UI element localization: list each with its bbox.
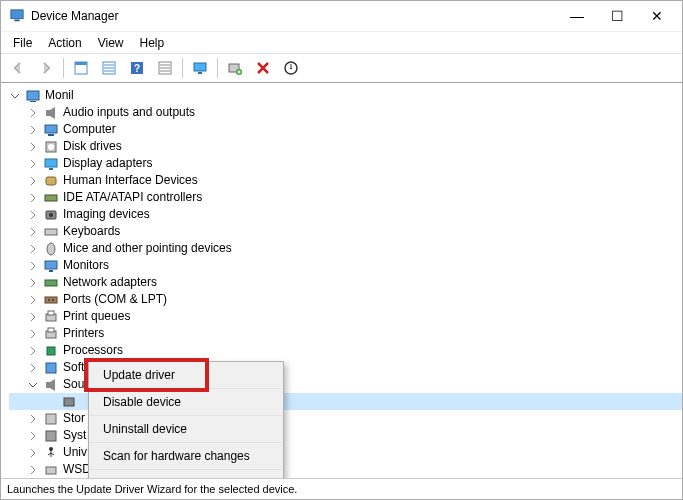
status-bar: Launches the Update Driver Wizard for th… xyxy=(1,479,682,499)
ide-icon xyxy=(43,190,59,206)
tree-node-label: Stor xyxy=(63,410,85,427)
maximize-button[interactable]: ☐ xyxy=(598,3,636,29)
expand-toggle-icon[interactable] xyxy=(27,107,39,119)
svg-rect-21 xyxy=(49,168,53,170)
tree-category[interactable]: Network adapters xyxy=(9,274,682,291)
tree-node-label: IDE ATA/ATAPI controllers xyxy=(63,189,202,206)
svg-text:?: ? xyxy=(134,63,140,74)
svg-point-25 xyxy=(49,213,53,217)
svg-rect-22 xyxy=(46,177,56,185)
tree-root[interactable]: Monil xyxy=(9,87,682,104)
tree-node-label: Human Interface Devices xyxy=(63,172,198,189)
expand-toggle-icon[interactable] xyxy=(27,243,39,255)
expand-toggle-icon[interactable] xyxy=(27,260,39,272)
expand-toggle-icon[interactable] xyxy=(27,379,39,391)
tree-category[interactable]: Keyboards xyxy=(9,223,682,240)
tree-category[interactable]: Imaging devices xyxy=(9,206,682,223)
tree-category[interactable]: IDE ATA/ATAPI controllers xyxy=(9,189,682,206)
svg-rect-43 xyxy=(46,431,56,441)
svg-rect-45 xyxy=(46,467,56,474)
disk-icon xyxy=(43,139,59,155)
expand-toggle-icon[interactable] xyxy=(27,124,39,136)
svg-rect-41 xyxy=(64,398,74,406)
expand-toggle-icon[interactable] xyxy=(27,209,39,221)
svg-rect-39 xyxy=(46,363,56,373)
tree-category[interactable]: Computer xyxy=(9,121,682,138)
expand-toggle-icon[interactable] xyxy=(27,447,39,459)
close-button[interactable]: ✕ xyxy=(638,3,676,29)
expand-toggle-icon[interactable] xyxy=(27,141,39,153)
tree-category[interactable]: Printers xyxy=(9,325,682,342)
toolbar-separator xyxy=(182,58,183,78)
expand-toggle-icon[interactable] xyxy=(27,345,39,357)
remove-hardware-button[interactable] xyxy=(250,56,276,80)
props-button[interactable] xyxy=(152,56,178,80)
forward-button[interactable] xyxy=(33,56,59,80)
svg-rect-38 xyxy=(47,347,55,355)
svg-rect-16 xyxy=(45,125,57,133)
menu-bar: FileActionViewHelp xyxy=(1,31,682,53)
tree-category[interactable]: Human Interface Devices xyxy=(9,172,682,189)
svg-rect-15 xyxy=(46,110,50,116)
menu-item-view[interactable]: View xyxy=(90,34,132,52)
add-hardware-button[interactable] xyxy=(222,56,248,80)
system-icon xyxy=(43,428,59,444)
context-menu-item[interactable]: Scan for hardware changes xyxy=(89,443,283,470)
expand-toggle-icon[interactable] xyxy=(27,294,39,306)
tree-category[interactable]: Print queues xyxy=(9,308,682,325)
expand-toggle-icon[interactable] xyxy=(27,192,39,204)
expand-toggle-icon[interactable] xyxy=(27,277,39,289)
svg-rect-17 xyxy=(48,134,54,136)
tree-node-label: WSD xyxy=(63,461,91,478)
pc-icon xyxy=(25,88,41,104)
tree-category[interactable]: Monitors xyxy=(9,257,682,274)
expand-toggle-icon[interactable] xyxy=(27,362,39,374)
ports-icon xyxy=(43,292,59,308)
svg-point-19 xyxy=(48,144,54,150)
computer-icon xyxy=(43,122,59,138)
keyboard-icon xyxy=(43,224,59,240)
software-icon xyxy=(43,360,59,376)
context-menu-item[interactable]: Properties xyxy=(89,470,283,479)
svg-rect-28 xyxy=(45,261,57,269)
tree-node-label: Audio inputs and outputs xyxy=(63,104,195,121)
tree-category[interactable]: Ports (COM & LPT) xyxy=(9,291,682,308)
expand-toggle-icon[interactable] xyxy=(9,90,21,102)
update-hardware-button[interactable] xyxy=(278,56,304,80)
context-menu-item[interactable]: Uninstall device xyxy=(89,416,283,443)
menu-item-action[interactable]: Action xyxy=(40,34,89,52)
tree-category[interactable]: Audio inputs and outputs xyxy=(9,104,682,121)
minimize-button[interactable]: — xyxy=(558,3,596,29)
tree-node-label: Keyboards xyxy=(63,223,120,240)
up-button[interactable] xyxy=(68,56,94,80)
expand-toggle-icon[interactable] xyxy=(27,464,39,476)
tree-node-label: Monil xyxy=(45,87,74,104)
tree-node-label: Monitors xyxy=(63,257,109,274)
printer-icon xyxy=(43,326,59,342)
tree-category[interactable]: Disk drives xyxy=(9,138,682,155)
help-button[interactable]: ? xyxy=(124,56,150,80)
device-tree-panel[interactable]: MonilAudio inputs and outputsComputerDis… xyxy=(1,83,682,479)
expand-toggle-icon[interactable] xyxy=(27,226,39,238)
context-menu-item[interactable]: Update driver xyxy=(89,362,283,389)
show-button[interactable] xyxy=(96,56,122,80)
toolbar-separator xyxy=(63,58,64,78)
expand-toggle-icon[interactable] xyxy=(27,158,39,170)
expand-toggle-icon[interactable] xyxy=(27,175,39,187)
svg-rect-29 xyxy=(49,270,53,272)
tree-category[interactable]: Display adapters xyxy=(9,155,682,172)
expand-toggle-icon[interactable] xyxy=(27,430,39,442)
context-menu-item[interactable]: Disable device xyxy=(89,389,283,416)
expand-toggle-icon[interactable] xyxy=(27,328,39,340)
menu-item-help[interactable]: Help xyxy=(132,34,173,52)
tree-node-label: Display adapters xyxy=(63,155,152,172)
expand-toggle-icon[interactable] xyxy=(27,413,39,425)
app-icon xyxy=(9,8,25,24)
expand-toggle-icon[interactable] xyxy=(27,311,39,323)
tree-category[interactable]: Processors xyxy=(9,342,682,359)
back-button[interactable] xyxy=(5,56,31,80)
tree-category[interactable]: Mice and other pointing devices xyxy=(9,240,682,257)
menu-item-file[interactable]: File xyxy=(5,34,40,52)
monitor-icon-button[interactable] xyxy=(187,56,213,80)
svg-rect-3 xyxy=(75,62,87,65)
